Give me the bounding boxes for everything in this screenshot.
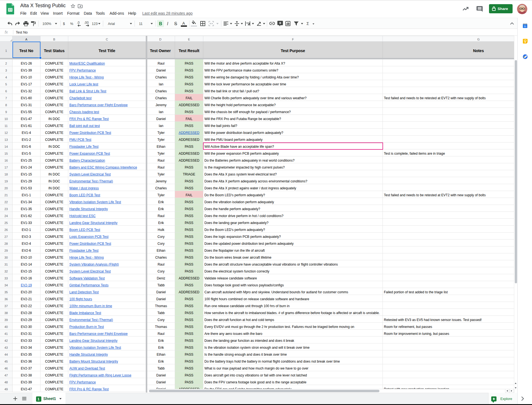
svg-text:31: 31 — [524, 25, 526, 28]
